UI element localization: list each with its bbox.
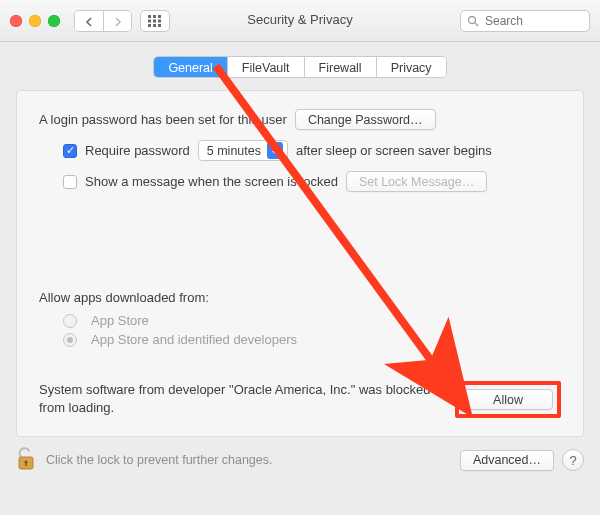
allow-downloads-heading: Allow apps downloaded from: — [39, 290, 561, 305]
tab-general[interactable]: General — [154, 57, 226, 78]
svg-rect-3 — [148, 19, 151, 22]
appstore-radio — [63, 314, 77, 328]
svg-point-9 — [469, 16, 476, 23]
back-button[interactable] — [75, 11, 103, 32]
stepper-icon — [267, 142, 283, 159]
identified-radio — [63, 333, 77, 347]
set-lock-message-button: Set Lock Message… — [346, 171, 487, 192]
allow-highlight: Allow — [455, 381, 561, 418]
require-password-checkbox[interactable] — [63, 144, 77, 158]
after-sleep-label: after sleep or screen saver begins — [296, 143, 492, 158]
allow-button[interactable]: Allow — [463, 389, 553, 410]
help-button[interactable]: ? — [562, 449, 584, 471]
svg-rect-13 — [25, 462, 27, 466]
svg-rect-0 — [148, 15, 151, 18]
svg-rect-2 — [158, 15, 161, 18]
blocked-message: System software from developer "Oracle A… — [39, 381, 441, 417]
lock-message-row: Show a message when the screen is locked… — [63, 171, 561, 192]
footer: Click the lock to prevent further change… — [16, 447, 584, 473]
search-field[interactable] — [460, 10, 590, 32]
require-password-label: Require password — [85, 143, 190, 158]
show-lock-message-label: Show a message when the screen is locked — [85, 174, 338, 189]
svg-rect-4 — [153, 19, 156, 22]
show-all-prefs-button[interactable] — [140, 10, 170, 32]
identified-label: App Store and identified developers — [91, 332, 297, 347]
show-lock-message-checkbox[interactable] — [63, 175, 77, 189]
chevron-right-icon — [114, 17, 122, 27]
window-toolbar: Security & Privacy — [0, 0, 600, 42]
change-password-button[interactable]: Change Password… — [295, 109, 436, 130]
login-password-row: A login password has been set for this u… — [39, 109, 561, 130]
svg-rect-1 — [153, 15, 156, 18]
chevron-left-icon — [85, 17, 93, 27]
svg-rect-6 — [148, 24, 151, 27]
minimize-window-icon[interactable] — [29, 15, 41, 27]
tab-bar: General FileVault Firewall Privacy — [153, 56, 446, 78]
appstore-option-row: App Store — [63, 313, 561, 328]
tab-privacy[interactable]: Privacy — [376, 57, 446, 78]
nav-back-forward — [74, 10, 132, 32]
forward-button[interactable] — [103, 11, 131, 32]
lock-icon[interactable] — [16, 447, 36, 473]
password-delay-value: 5 minutes — [207, 144, 261, 158]
require-password-row: Require password 5 minutes after sleep o… — [63, 140, 561, 161]
password-delay-select[interactable]: 5 minutes — [198, 140, 288, 161]
svg-rect-8 — [158, 24, 161, 27]
identified-option-row: App Store and identified developers — [63, 332, 561, 347]
tab-filevault[interactable]: FileVault — [227, 57, 304, 78]
blocked-software-row: System software from developer "Oracle A… — [39, 381, 561, 418]
grid-icon — [148, 15, 162, 27]
appstore-label: App Store — [91, 313, 149, 328]
svg-line-10 — [475, 23, 478, 26]
close-window-icon[interactable] — [10, 15, 22, 27]
traffic-lights — [10, 15, 60, 27]
svg-rect-5 — [158, 19, 161, 22]
login-password-msg: A login password has been set for this u… — [39, 112, 287, 127]
search-icon — [467, 15, 479, 27]
advanced-button[interactable]: Advanced… — [460, 450, 554, 471]
svg-rect-7 — [153, 24, 156, 27]
search-input[interactable] — [483, 13, 583, 29]
lock-message: Click the lock to prevent further change… — [46, 453, 273, 467]
general-panel: A login password has been set for this u… — [16, 90, 584, 437]
zoom-window-icon[interactable] — [48, 15, 60, 27]
tab-firewall[interactable]: Firewall — [304, 57, 376, 78]
